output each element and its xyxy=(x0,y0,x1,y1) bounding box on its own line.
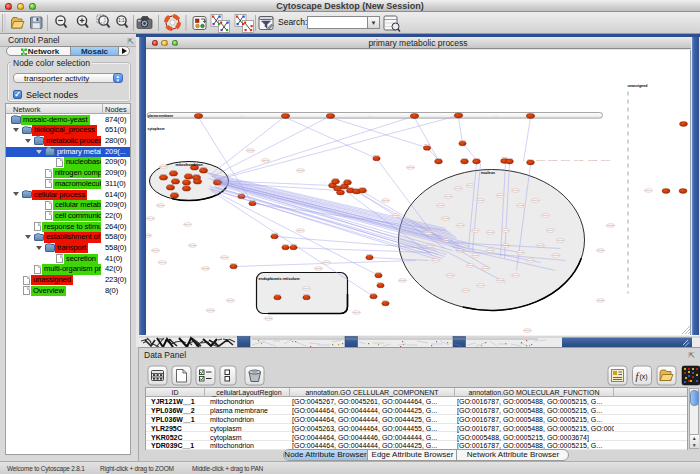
svg-text:GO.81: GO.81 xyxy=(512,189,519,191)
svg-text:GO.39: GO.39 xyxy=(455,187,462,189)
svg-text:lab.44: lab.44 xyxy=(527,157,534,159)
svg-text:GO.14: GO.14 xyxy=(323,261,330,263)
svg-text:GO.4752: GO.4752 xyxy=(574,159,584,161)
svg-text:GO.13: GO.13 xyxy=(157,204,164,206)
svg-text:nucleus: nucleus xyxy=(481,169,496,174)
svg-text:endoplasmic reticulum: endoplasmic reticulum xyxy=(258,275,299,280)
svg-text:GO.67: GO.67 xyxy=(512,274,519,276)
svg-text:lab.69: lab.69 xyxy=(377,280,384,282)
svg-text:GO.84: GO.84 xyxy=(227,299,234,301)
svg-text:lab.97: lab.97 xyxy=(334,183,341,185)
svg-text:mitochondrion: mitochondrion xyxy=(175,162,203,167)
svg-text:plasma membrane: plasma membrane xyxy=(148,114,173,118)
svg-text:GO.24: GO.24 xyxy=(160,165,167,167)
svg-text:GO.64: GO.64 xyxy=(297,229,304,231)
svg-text:GO.90: GO.90 xyxy=(159,261,166,263)
svg-text:lab.83: lab.83 xyxy=(167,182,174,184)
svg-text:cytoplasm: cytoplasm xyxy=(147,127,165,131)
svg-text:GO.43: GO.43 xyxy=(502,229,509,231)
svg-text:GO.85: GO.85 xyxy=(265,317,272,319)
svg-text:GO.70: GO.70 xyxy=(297,169,304,171)
svg-text:lab.99: lab.99 xyxy=(329,180,336,182)
svg-text:lab.20: lab.20 xyxy=(459,138,466,140)
svg-text:lab.31: lab.31 xyxy=(332,176,339,178)
svg-text:lab.95: lab.95 xyxy=(506,156,513,158)
svg-text:GO.27: GO.27 xyxy=(189,244,196,246)
svg-text:GO.87: GO.87 xyxy=(597,249,604,251)
svg-text:GO.45: GO.45 xyxy=(147,217,154,219)
svg-text:GO.21: GO.21 xyxy=(482,267,489,269)
svg-text:GO.85: GO.85 xyxy=(399,279,406,281)
svg-text:lab.56: lab.56 xyxy=(194,176,201,178)
svg-text:GO.40: GO.40 xyxy=(353,311,360,313)
svg-text:GO.87: GO.87 xyxy=(477,199,484,201)
svg-text:lab.18: lab.18 xyxy=(171,190,178,192)
svg-text:lab.41: lab.41 xyxy=(359,185,366,187)
svg-text:GO.70: GO.70 xyxy=(152,249,159,251)
svg-text:GO.26: GO.26 xyxy=(597,299,604,301)
svg-text:GO.99: GO.99 xyxy=(542,214,549,216)
svg-text:GO.58: GO.58 xyxy=(517,251,524,253)
svg-text:(x): (x) xyxy=(640,373,648,381)
svg-text:GO.6313: GO.6313 xyxy=(548,159,558,161)
svg-text:GO.91: GO.91 xyxy=(645,189,652,191)
svg-text:lab.56: lab.56 xyxy=(366,252,373,254)
svg-text:GO.79: GO.79 xyxy=(303,287,310,289)
svg-text:GO.38: GO.38 xyxy=(146,234,152,236)
svg-text:lab.47: lab.47 xyxy=(193,172,200,174)
svg-text:GO.87: GO.87 xyxy=(247,149,254,151)
svg-text:lab.80: lab.80 xyxy=(160,172,167,174)
svg-text:GO.93: GO.93 xyxy=(532,199,539,201)
svg-text:GO.63: GO.63 xyxy=(537,244,544,246)
svg-text:lab.34: lab.34 xyxy=(183,183,190,185)
svg-text:GO.10: GO.10 xyxy=(462,289,469,291)
svg-text:lab.30: lab.30 xyxy=(375,270,382,272)
svg-text:GO.35: GO.35 xyxy=(517,204,524,206)
svg-text:GO.30: GO.30 xyxy=(447,274,454,276)
svg-text:[···]: [···] xyxy=(368,115,372,118)
svg-text:[···]: [···] xyxy=(493,115,497,118)
svg-text:GO.45: GO.45 xyxy=(477,284,484,286)
svg-text:lab.89: lab.89 xyxy=(183,177,190,179)
svg-text:1:1: 1:1 xyxy=(118,18,125,23)
svg-text:GO.11: GO.11 xyxy=(262,159,269,161)
svg-text:GO.29: GO.29 xyxy=(472,254,479,256)
svg-text:GO.6168: GO.6168 xyxy=(601,159,611,161)
svg-text:lab.68: lab.68 xyxy=(290,242,297,244)
svg-text:GO.4598: GO.4598 xyxy=(536,159,546,161)
svg-text:lab.91: lab.91 xyxy=(274,292,281,294)
svg-text:lab.78: lab.78 xyxy=(344,177,351,179)
svg-text:lab.58: lab.58 xyxy=(271,231,278,233)
svg-text:GO.87: GO.87 xyxy=(487,231,494,233)
svg-text:GO.80: GO.80 xyxy=(392,214,399,216)
svg-text:GO.78: GO.78 xyxy=(557,239,564,241)
svg-text:GO.79: GO.79 xyxy=(547,229,554,231)
svg-text:GO.37: GO.37 xyxy=(487,249,494,251)
svg-text:GO.38: GO.38 xyxy=(527,259,534,261)
svg-text:GO.23: GO.23 xyxy=(467,264,474,266)
svg-text:GO.18: GO.18 xyxy=(207,309,214,311)
svg-text:GO.21: GO.21 xyxy=(437,204,444,206)
svg-text:lab.30: lab.30 xyxy=(435,156,442,158)
svg-text:lab.92: lab.92 xyxy=(341,181,348,183)
svg-text:GO.96: GO.96 xyxy=(221,256,228,258)
svg-text:lab.45: lab.45 xyxy=(282,242,289,244)
svg-text:GO.1525: GO.1525 xyxy=(588,159,598,161)
svg-text:lab.94: lab.94 xyxy=(185,171,192,173)
svg-text:unassigned: unassigned xyxy=(627,83,647,88)
svg-text:GO.54: GO.54 xyxy=(472,229,479,231)
svg-text:GO.41: GO.41 xyxy=(184,223,191,225)
svg-text:lab.91: lab.91 xyxy=(230,261,237,263)
svg-text:GO.68: GO.68 xyxy=(552,254,559,256)
svg-text:GO.1916: GO.1916 xyxy=(561,159,571,161)
svg-text:lab.87: lab.87 xyxy=(337,187,344,189)
svg-text:GO.13: GO.13 xyxy=(407,166,414,168)
svg-text:GO.79: GO.79 xyxy=(524,329,531,331)
svg-text:GO.85: GO.85 xyxy=(497,279,504,281)
svg-text:lab.58: lab.58 xyxy=(370,291,377,293)
svg-text:lab.44: lab.44 xyxy=(382,298,389,300)
svg-text:lab.98: lab.98 xyxy=(303,292,310,294)
svg-text:lab.20: lab.20 xyxy=(170,168,177,170)
svg-text:lab.47: lab.47 xyxy=(424,143,431,145)
svg-text:GO.22: GO.22 xyxy=(442,217,449,219)
